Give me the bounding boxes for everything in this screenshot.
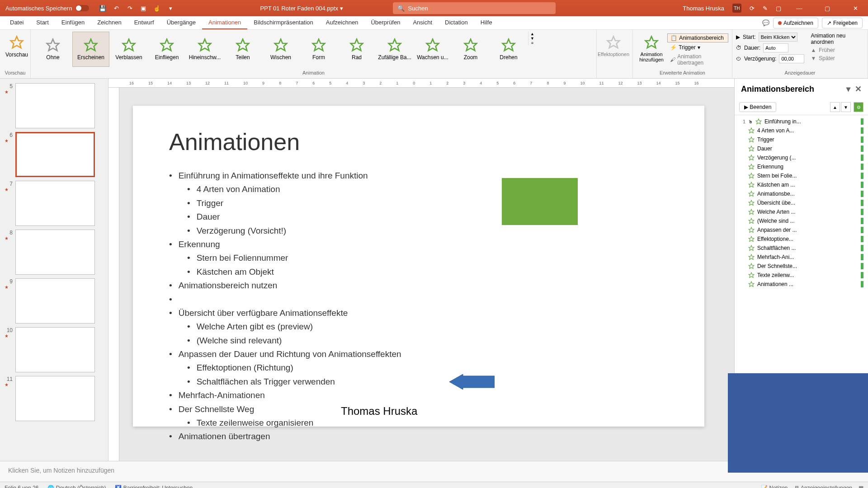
animation-list-item[interactable]: (Welche sind ... [735,216,868,225]
tab-datei[interactable]: Datei [4,16,30,29]
gallery-more-icon[interactable]: ≡ [528,41,536,45]
animation-option[interactable]: Verblassen [110,32,147,67]
slide-thumbnail[interactable]: 8★ [0,228,108,277]
animation-list-item[interactable]: Verzögerung (... [735,153,868,162]
language-status[interactable]: 🌐 Deutsch (Österreich) [47,485,106,488]
sync-icon[interactable]: ⟳ [750,5,755,12]
animation-option[interactable]: Teilen [224,32,261,67]
display-settings[interactable]: 🖥 Anzeigeeinstellungen [794,485,852,488]
slide-thumbnail[interactable]: 7★ [0,179,108,228]
window-icon[interactable]: ▢ [776,5,781,12]
slide-canvas[interactable]: Animationen Einführung in Animationseffe… [119,88,734,461]
file-name[interactable]: PPT 01 Roter Faden 004.pptx ▾ [260,5,343,12]
autosave-toggle[interactable]: Automatisches Speichern [0,5,94,12]
animation-list-item[interactable]: Schaltflächen ... [735,244,868,253]
tab-zeichnen[interactable]: Zeichnen [91,16,127,29]
trigger-button[interactable]: ⚡ Trigger ▾ [667,43,728,52]
animation-list-item[interactable]: Trigger [735,135,868,144]
animation-list-item[interactable]: Texte zeilenw... [735,271,868,280]
record-button[interactable]: Aufzeichnen [773,18,818,28]
animation-option[interactable]: Zufällige Ba... [376,32,413,67]
user-name[interactable]: Thomas Hruska [683,5,724,12]
animation-list-item[interactable]: Effektoptione... [735,235,868,244]
animation-option[interactable]: Wachsen u... [414,32,451,67]
tab-bildschirmpräsentation[interactable]: Bildschirmpräsentation [247,16,320,29]
tab-dictation[interactable]: Dictation [439,16,474,29]
add-animation-button[interactable]: Animation hinzufügen [637,32,666,62]
share-button[interactable]: ↗ Freigeben [822,18,863,28]
present-icon[interactable]: ▣ [140,5,147,12]
minimize-button[interactable]: — [789,0,809,16]
animation-option[interactable]: Hineinschw... [186,32,223,67]
slide-thumbnail[interactable]: 11★ [0,374,108,423]
redo-icon[interactable]: ↷ [126,5,133,12]
maximize-button[interactable]: ▢ [817,0,837,16]
close-button[interactable]: ✕ [845,0,865,16]
blue-arrow-shape[interactable] [449,374,495,389]
duration-input[interactable] [763,43,788,52]
tab-entwurf[interactable]: Entwurf [128,16,160,29]
tab-übergänge[interactable]: Übergänge [160,16,202,29]
pen-icon[interactable]: ✎ [763,5,768,12]
slide-thumbnail[interactable]: 9★ [0,277,108,325]
move-down-button[interactable]: ▼ [841,102,851,112]
animation-option[interactable]: Zoom [452,32,489,67]
slide-title[interactable]: Animationen [169,128,668,155]
animation-list-item[interactable]: Animationsbe... [735,189,868,198]
notes-toggle[interactable]: 📝 Notizen [761,485,788,488]
tab-aufzeichnen[interactable]: Aufzeichnen [320,16,365,29]
tab-einfügen[interactable]: Einfügen [55,16,91,29]
tab-ansicht[interactable]: Ansicht [406,16,439,29]
slide-content[interactable]: Einführung in Animationseffekte und ihre… [169,169,668,444]
animation-list-item[interactable]: Dauer [735,144,868,153]
slide[interactable]: Animationen Einführung in Animationseffe… [133,106,704,427]
tab-überprüfen[interactable]: Überprüfen [364,16,406,29]
green-rectangle-shape[interactable] [502,178,578,225]
delay-input[interactable] [779,54,804,63]
animation-list-item[interactable]: Erkennung [735,162,868,171]
animation-option[interactable]: Einfliegen [148,32,185,67]
animation-option[interactable]: Drehen [490,32,527,67]
animation-pane-button[interactable]: 📋 Animationsbereich [667,33,728,42]
slide-counter[interactable]: Folie 6 von 26 [5,485,38,488]
comments-icon[interactable]: 💬 [762,19,769,26]
undo-icon[interactable]: ↶ [113,5,120,12]
preview-button[interactable]: Vorschau [4,32,30,58]
gallery-up-icon[interactable]: ▲ [528,32,536,36]
animation-list-item[interactable]: Der Schnellste... [735,262,868,271]
animation-option[interactable]: Wischen [262,32,299,67]
search-box[interactable]: 🔍 [393,2,556,14]
slide-thumbnail[interactable]: 10★ [0,325,108,374]
author-text[interactable]: Thomas Hruska [341,405,417,418]
pane-dropdown-icon[interactable]: ▾ [846,84,850,94]
gallery-down-icon[interactable]: ▼ [528,36,536,41]
pane-close-icon[interactable]: ✕ [855,84,862,94]
slide-thumbnails[interactable]: 5★6★7★8★9★10★11★ [0,79,108,461]
animation-option[interactable]: Ohne [34,32,71,67]
animation-list-item[interactable]: Kästchen am ... [735,180,868,189]
view-normal-icon[interactable]: ▦ [859,485,863,488]
user-avatar[interactable]: TH [732,4,741,13]
touch-icon[interactable]: ☝ [153,5,160,12]
animation-list-item[interactable]: Welche Arten ... [735,207,868,216]
qat-more-icon[interactable]: ▾ [167,5,174,12]
slide-thumbnail[interactable]: 6★ [0,130,108,179]
play-button[interactable]: ▶ Beenden [739,102,776,112]
animation-option[interactable]: Form [300,32,337,67]
save-icon[interactable]: 💾 [99,5,106,12]
start-select[interactable]: Beim Klicken [759,33,797,42]
move-up-button[interactable]: ▲ [830,102,840,112]
animation-list-item[interactable]: Stern bei Folie... [735,171,868,180]
search-input[interactable] [408,5,551,12]
tab-hilfe[interactable]: Hilfe [474,16,499,29]
animation-list-item[interactable]: Anpassen der ... [735,225,868,235]
pane-options-button[interactable]: ⚙ [854,102,863,112]
animation-list-item[interactable]: 4 Arten von A... [735,126,868,135]
animation-list-item[interactable]: Mehrfach-Ani... [735,253,868,262]
accessibility-status[interactable]: ♿ Barrierefreiheit: Untersuchen [115,485,193,488]
slide-thumbnail[interactable]: 5★ [0,81,108,130]
tab-animationen[interactable]: Animationen [202,16,247,29]
animation-list-item[interactable]: 1🖱Einführung in... [735,117,868,126]
animation-option[interactable]: Erscheinen [72,32,109,67]
animation-list-item[interactable]: Übersicht übe... [735,198,868,207]
